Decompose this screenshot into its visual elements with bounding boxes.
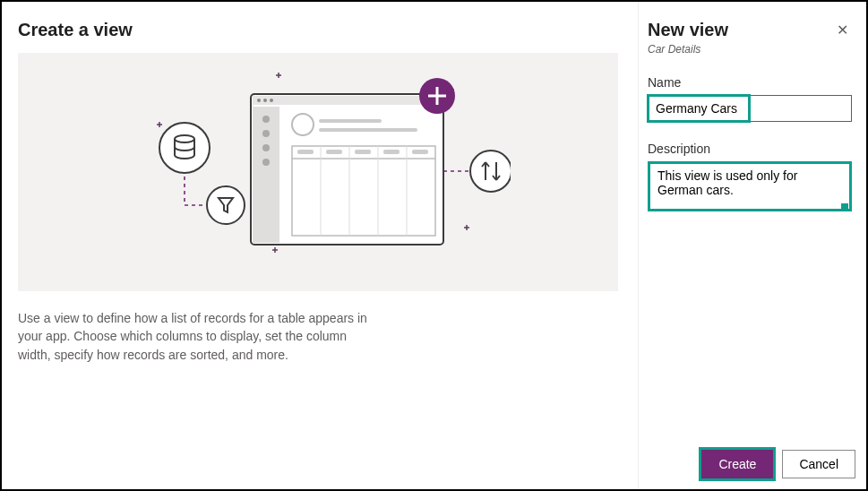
illustration (18, 53, 618, 291)
panel-subtitle: Car Details (648, 43, 852, 56)
page-description: Use a view to define how a list of recor… (18, 309, 376, 364)
svg-rect-5 (253, 96, 442, 105)
svg-point-12 (262, 144, 270, 151)
svg-rect-25 (355, 150, 371, 154)
svg-rect-23 (297, 150, 314, 154)
svg-point-1 (175, 135, 194, 142)
panel-title: New view (648, 20, 728, 40)
svg-point-6 (257, 99, 261, 102)
create-button[interactable]: Create (701, 450, 773, 478)
name-label: Name (648, 75, 852, 90)
svg-rect-16 (319, 128, 417, 132)
description-label: Description (648, 142, 852, 156)
svg-point-8 (270, 99, 273, 102)
svg-point-7 (263, 99, 267, 102)
svg-point-13 (262, 159, 270, 166)
svg-rect-24 (326, 150, 342, 154)
svg-point-10 (262, 116, 270, 123)
svg-rect-15 (319, 119, 382, 123)
svg-point-0 (159, 123, 210, 173)
svg-point-2 (207, 186, 245, 224)
description-input[interactable] (648, 161, 852, 211)
svg-rect-9 (253, 107, 279, 243)
name-input[interactable] (648, 95, 852, 122)
svg-rect-27 (412, 150, 428, 154)
svg-rect-17 (292, 146, 435, 236)
svg-point-11 (262, 130, 270, 137)
svg-point-3 (470, 151, 511, 192)
close-icon[interactable]: ✕ (833, 20, 852, 41)
cancel-button[interactable]: Cancel (782, 450, 855, 478)
page-title: Create a view (18, 20, 622, 40)
svg-rect-26 (383, 150, 400, 154)
